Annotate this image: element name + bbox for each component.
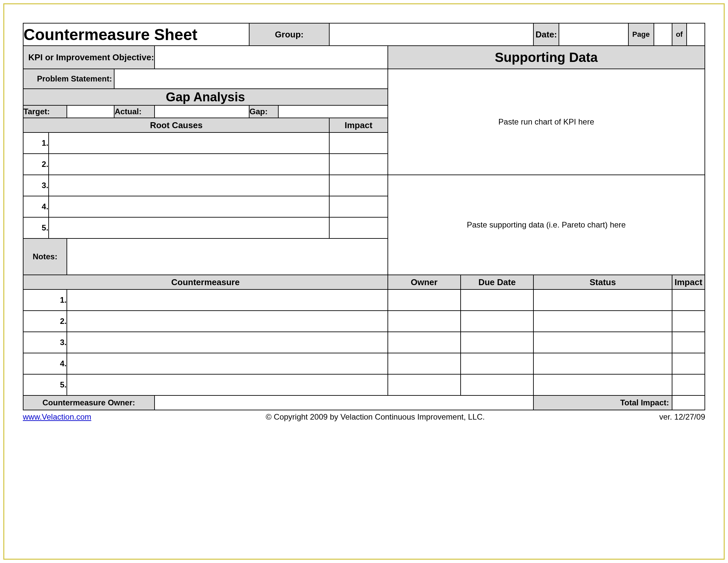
of-label: of — [672, 23, 687, 46]
group-label: Group: — [249, 23, 329, 46]
countermeasure-sheet: Countermeasure Sheet Group: Date: Page o… — [23, 23, 705, 410]
cm-input[interactable] — [67, 332, 387, 353]
cm-impact-header: Impact — [672, 275, 705, 290]
root-cause-input[interactable] — [49, 217, 329, 238]
total-impact-label: Total Impact: — [533, 396, 672, 410]
date-input[interactable] — [559, 23, 628, 46]
root-row-num: 2. — [23, 154, 49, 175]
target-label: Target: — [23, 105, 67, 118]
cm-row-num: 2. — [23, 311, 67, 332]
cm-input[interactable] — [67, 353, 387, 374]
owner-header: Owner — [388, 275, 461, 290]
root-causes-header: Root Causes — [23, 118, 329, 132]
problem-label: Problem Statement: — [23, 69, 114, 89]
cm-input[interactable] — [67, 311, 387, 332]
cm-impact-input[interactable] — [672, 332, 705, 353]
problem-input[interactable] — [114, 69, 387, 89]
supporting-data-header: Supporting Data — [388, 46, 705, 69]
page-label: Page — [628, 23, 654, 46]
kpi-label: KPI or Improvement Objective: — [23, 46, 155, 69]
actual-input[interactable] — [155, 105, 249, 118]
root-row-num: 4. — [23, 196, 49, 217]
kpi-input[interactable] — [155, 46, 388, 69]
cm-owner-input[interactable] — [388, 353, 461, 374]
cm-row-num: 1. — [23, 290, 67, 311]
cm-status-input[interactable] — [533, 353, 672, 374]
cm-owner-input[interactable] — [388, 311, 461, 332]
cm-due-input[interactable] — [461, 311, 533, 332]
cm-row-num: 3. — [23, 332, 67, 353]
date-label: Date: — [533, 23, 559, 46]
total-impact-input[interactable] — [672, 396, 705, 410]
cm-owner-input[interactable] — [388, 290, 461, 311]
notes-input[interactable] — [67, 238, 387, 275]
cm-due-input[interactable] — [461, 353, 533, 374]
cm-due-input[interactable] — [461, 290, 533, 311]
footer: www.Velaction.com © Copyright 2009 by Ve… — [23, 410, 705, 422]
root-cause-input[interactable] — [49, 132, 329, 154]
cm-status-input[interactable] — [533, 332, 672, 353]
cm-due-input[interactable] — [461, 332, 533, 353]
supporting-chart-area[interactable]: Paste supporting data (i.e. Pareto chart… — [388, 175, 705, 275]
page-input[interactable] — [654, 23, 672, 46]
status-header: Status — [533, 275, 672, 290]
cm-impact-input[interactable] — [672, 353, 705, 374]
of-input[interactable] — [687, 23, 705, 46]
root-row-num: 5. — [23, 217, 49, 238]
notes-label: Notes: — [23, 238, 67, 275]
cm-impact-input[interactable] — [672, 311, 705, 332]
cm-status-input[interactable] — [533, 374, 672, 396]
cm-owner-input[interactable] — [388, 374, 461, 396]
cm-status-input[interactable] — [533, 311, 672, 332]
root-cause-input[interactable] — [49, 154, 329, 175]
target-input[interactable] — [67, 105, 114, 118]
cm-input[interactable] — [67, 290, 387, 311]
root-impact-input[interactable] — [329, 132, 387, 154]
gap-label: Gap: — [249, 105, 278, 118]
actual-label: Actual: — [114, 105, 154, 118]
root-impact-input[interactable] — [329, 154, 387, 175]
cm-owner-value-input[interactable] — [155, 396, 534, 410]
cm-input[interactable] — [67, 374, 387, 396]
cm-row-num: 5. — [23, 374, 67, 396]
cm-status-input[interactable] — [533, 290, 672, 311]
group-input[interactable] — [329, 23, 533, 46]
copyright-text: © Copyright 2009 by Velaction Continuous… — [266, 412, 485, 422]
root-impact-input[interactable] — [329, 196, 387, 217]
sheet-title: Countermeasure Sheet — [23, 23, 249, 46]
root-row-num: 1. — [23, 132, 49, 154]
gap-input[interactable] — [278, 105, 387, 118]
run-chart-area[interactable]: Paste run chart of KPI here — [388, 69, 705, 175]
root-impact-header: Impact — [329, 118, 387, 132]
version-text: ver. 12/27/09 — [659, 412, 705, 422]
cm-impact-input[interactable] — [672, 374, 705, 396]
root-row-num: 3. — [23, 175, 49, 196]
countermeasure-header: Countermeasure — [23, 275, 388, 290]
root-cause-input[interactable] — [49, 196, 329, 217]
root-impact-input[interactable] — [329, 217, 387, 238]
cm-owner-input[interactable] — [388, 332, 461, 353]
cm-impact-input[interactable] — [672, 290, 705, 311]
root-impact-input[interactable] — [329, 175, 387, 196]
gap-analysis-header: Gap Analysis — [23, 89, 388, 105]
cm-owner-label: Countermeasure Owner: — [23, 396, 155, 410]
velaction-link[interactable]: www.Velaction.com — [23, 412, 91, 422]
root-cause-input[interactable] — [49, 175, 329, 196]
cm-row-num: 4. — [23, 353, 67, 374]
cm-due-input[interactable] — [461, 374, 533, 396]
due-date-header: Due Date — [461, 275, 533, 290]
